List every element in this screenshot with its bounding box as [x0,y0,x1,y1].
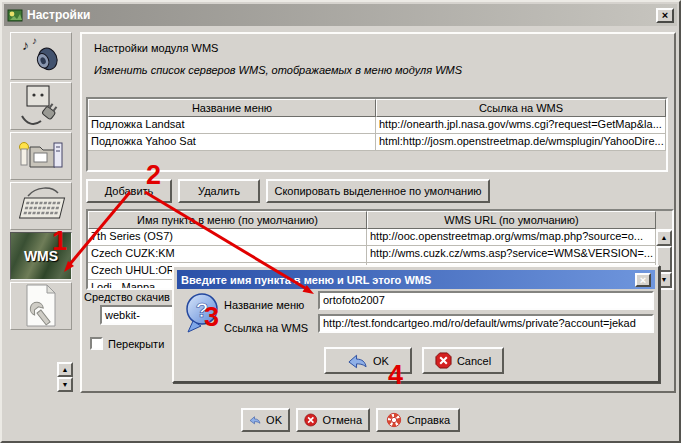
dialog-url-label: Ссылка на WMS [224,322,308,334]
add-wms-dialog: Введите имя пункта в меню и URL этого WM… [172,265,660,383]
help-button-label: Справка [407,414,450,426]
column-header-default-name: Имя пункта в меню (по умолчанию) [88,211,367,229]
ok-arrow-icon [347,353,368,369]
keyboard-icon [16,184,66,228]
sidebar-item-connection[interactable] [10,82,72,130]
cell-default-url: http://wms.cuzk.cz/wms.asp?service=WMS&V… [367,246,656,262]
menu-name-input[interactable]: ortofoto2007 [318,291,654,310]
table-row[interactable]: Czech CUZK:KM http://wms.cuzk.cz/wms.asp… [88,246,672,263]
svg-text:♪: ♪ [22,37,29,53]
cancel-button[interactable]: Отмена [296,408,370,432]
wms-url-input[interactable]: http://test.fondcartgeo.md/ro/default/wm… [318,314,654,333]
cell-menu-name: Подложка Yahoo Sat [88,134,376,150]
dialog-close-button[interactable]: × [635,273,651,287]
window-title: Настройки [27,8,90,22]
cancel-circle-icon [304,412,318,428]
dialog-titlebar[interactable]: Введите имя пункта в меню и URL этого WM… [177,270,655,289]
overlap-checkbox[interactable] [90,337,103,350]
table-row[interactable]: Подложка Yahoo Sat html:http://josm.open… [88,134,666,151]
ok-button-label: OK [266,414,282,426]
sidebar-item-audio[interactable]: ♪ ♪ [10,32,72,80]
dialog-cancel-label: Cancel [457,355,491,367]
sidebar-scroll-down-button[interactable]: ▼ [57,377,73,392]
cell-default-url: http://ooc.openstreetmap.org/wms/map.php… [367,229,656,245]
ok-button[interactable]: OK [241,408,290,432]
window-close-button[interactable]: × [656,8,674,23]
dialog-ok-button[interactable]: OK [324,347,412,374]
delete-button[interactable]: Удалить [178,179,260,203]
cancel-button-label: Отмена [323,414,362,426]
svg-text:?: ? [196,298,209,321]
document-wrench-icon [19,283,63,329]
copy-default-button[interactable]: Скопировать выделенное по умолчанию [266,179,490,203]
window-titlebar[interactable]: Настройки × [4,4,677,26]
column-header-menu-name: Название меню [88,99,376,117]
cell-wms-link: html:http://josm.openstreetmap.de/wmsplu… [376,134,666,150]
sidebar-item-files[interactable] [10,132,72,180]
cell-default-name: Czech CUZK:KM [88,246,367,262]
page-subtitle: Изменить список серверов WMS, отображаем… [94,64,462,76]
help-lifering-icon [386,412,402,428]
overlap-checkbox-label: Перекрыти [108,338,164,350]
column-header-wms-link: Ссылка на WMS [376,99,666,117]
wms-servers-table: Название меню Ссылка на WMS Подложка Lan… [86,97,668,172]
ok-arrow-icon [249,413,261,427]
folder-files-icon [18,137,64,175]
cell-wms-link: http://onearth.jpl.nasa.gov/wms.cgi?requ… [376,117,666,133]
wms-tab-label: WMS [24,248,58,264]
table-row[interactable]: 7th Series (OS7) http://ooc.openstreetma… [88,229,672,246]
table-row[interactable]: Подложка Landsat http://onearth.jpl.nasa… [88,117,666,134]
downloader-select[interactable]: webkit- [100,305,180,325]
svg-text:♪: ♪ [32,35,37,46]
page-title: Настройки модуля WMS [94,42,218,54]
dialog-name-label: Название меню [224,299,304,311]
column-header-default-url: WMS URL (по умолчанию) [367,211,656,229]
sidebar-item-advanced[interactable] [10,282,72,330]
table-header-row: Название меню Ссылка на WMS [88,99,666,117]
help-button[interactable]: Справка [376,408,460,432]
question-icon: ? [182,291,222,335]
cancel-stop-icon [435,352,452,369]
table-header-row: Имя пункта в меню (по умолчанию) WMS URL… [88,211,672,229]
dialog-cancel-button[interactable]: Cancel [422,347,504,374]
dialog-ok-label: OK [373,355,389,367]
speaker-audio-icon: ♪ ♪ [20,35,62,77]
settings-window: Настройки × ♪ ♪ [0,0,681,443]
add-button[interactable]: Добавить [86,179,172,203]
sidebar-item-wms[interactable]: WMS [10,232,72,280]
downloader-label: Средство скачив [84,291,170,303]
cell-default-name: 7th Series (OS7) [88,229,367,245]
scroll-up-icon[interactable]: ▲ [656,230,672,246]
cell-menu-name: Подложка Landsat [88,117,376,133]
dialog-title: Введите имя пункта в меню и URL этого WM… [181,274,431,286]
sidebar-item-keyboard[interactable] [10,182,72,230]
plug-connection-icon [19,84,63,128]
window-icon [7,7,23,23]
sidebar-scroll-up-button[interactable]: ▲ [57,362,73,377]
